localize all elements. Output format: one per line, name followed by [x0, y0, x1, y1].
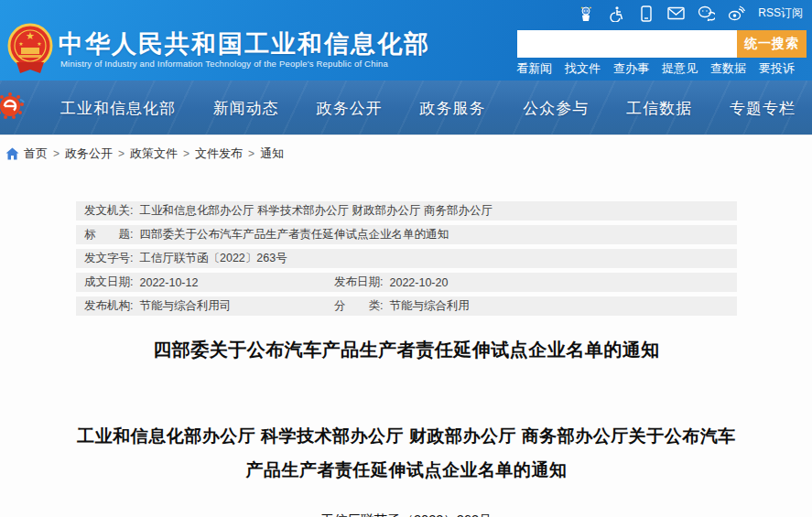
breadcrumb: 首页 > 政务公开 > 政策文件 > 文件发布 > 通知	[5, 145, 284, 162]
robot-mascot-icon[interactable]: ✦ ✦	[577, 5, 594, 22]
article-body: 四部委关于公布汽车产品生产者责任延伸试点企业名单的通知 工业和信息化部办公厅 科…	[76, 338, 737, 517]
quick-link-news[interactable]: 看新闻	[516, 60, 552, 77]
breadcrumb-separator: >	[118, 147, 125, 160]
svg-text:✦: ✦	[589, 5, 592, 10]
meta-col2: 分 类: 节能与综合利用	[334, 298, 470, 314]
nav-item-gov-openness[interactable]: 政务公开	[311, 98, 388, 119]
meta-label: 发文机关:	[84, 203, 133, 219]
unified-search-button[interactable]: 统一搜索	[737, 30, 807, 58]
meta-label: 发布日期:	[334, 275, 383, 290]
svg-text:★: ★	[37, 41, 41, 47]
meta-row-publisher-category: 发布机构: 节能与综合利用司 分 类: 节能与综合利用	[76, 296, 737, 316]
mail-icon[interactable]	[667, 5, 685, 22]
meta-row-title: 标 题: 四部委关于公布汽车产品生产者责任延伸试点企业名单的通知	[76, 225, 737, 244]
meta-value: 2022-10-12	[139, 276, 198, 289]
header-utility-icons: ✦ ✦	[577, 5, 803, 22]
miit-gear-logo-icon	[0, 89, 29, 124]
site-subtitle-english: Ministry of Industry and Information Tec…	[60, 59, 388, 69]
meta-value: 四部委关于公布汽车产品生产者责任延伸试点企业名单的通知	[139, 227, 449, 242]
search-quick-links: 看新闻 找文件 查办事 提意见 查数据 要投诉	[516, 60, 795, 77]
content-area: 首页 > 政务公开 > 政策文件 > 文件发布 > 通知 发文机关: 工业和信息…	[0, 136, 812, 517]
meta-label: 分 类:	[334, 298, 383, 314]
nav-items: 工业和信息化部 新闻动态 政务公开 政务服务 公众参与 工信数据 专题专栏	[55, 81, 801, 135]
site-header: ★ ★ ★ 中华人民共和国工业和信息化部 Ministry of Industr…	[0, 0, 812, 81]
article-subtitle: 工业和信息化部办公厅 科学技术部办公厅 财政部办公厅 商务部办公厅关于公布汽车产…	[76, 419, 737, 487]
meta-value: 2022-10-20	[389, 276, 448, 289]
meta-row-dates: 成文日期: 2022-10-12 发布日期: 2022-10-20	[76, 273, 737, 292]
mobile-icon[interactable]	[637, 5, 655, 22]
breadcrumb-separator: >	[53, 147, 60, 160]
nav-item-news[interactable]: 新闻动态	[208, 98, 285, 119]
main-navbar: 工业和信息化部 新闻动态 政务公开 政务服务 公众参与 工信数据 专题专栏	[0, 81, 812, 135]
quick-link-suggestions[interactable]: 提意见	[662, 60, 698, 77]
search-bar: 统一搜索	[517, 30, 807, 58]
meta-value: 工信厅联节函〔2022〕263号	[139, 251, 287, 266]
svg-text:★: ★	[18, 41, 23, 47]
article-document-number: 工信厅联节函（2022）263号	[76, 512, 737, 517]
article-title: 四部委关于公布汽车产品生产者责任延伸试点企业名单的通知	[76, 338, 737, 362]
quick-link-documents[interactable]: 找文件	[565, 60, 601, 77]
home-icon[interactable]	[5, 147, 19, 160]
meta-label: 发布机构:	[84, 298, 133, 314]
quick-link-services[interactable]: 查办事	[613, 60, 649, 77]
meta-value: 节能与综合利用司	[139, 298, 231, 314]
site-title: 中华人民共和国工业和信息化部	[59, 27, 430, 60]
breadcrumb-separator: >	[183, 147, 189, 160]
nav-item-miit-data[interactable]: 工信数据	[621, 98, 698, 119]
search-input[interactable]	[517, 30, 737, 58]
breadcrumb-notice[interactable]: 通知	[260, 145, 284, 162]
meta-col2: 发布日期: 2022-10-20	[334, 275, 448, 290]
meta-row-issuing-agency: 发文机关: 工业和信息化部办公厅 科学技术部办公厅 财政部办公厅 商务部办公厅	[76, 201, 737, 221]
meta-row-document-number: 发文字号: 工信厅联节函〔2022〕263号	[76, 249, 737, 268]
quick-link-complaints[interactable]: 要投诉	[759, 60, 795, 77]
svg-text:★: ★	[26, 30, 35, 41]
breadcrumb-document-release[interactable]: 文件发布	[195, 145, 243, 162]
meta-value: 工业和信息化部办公厅 科学技术部办公厅 财政部办公厅 商务部办公厅	[139, 203, 492, 219]
breadcrumb-gov-openness[interactable]: 政务公开	[65, 145, 113, 162]
nav-item-gov-services[interactable]: 政务服务	[414, 98, 491, 119]
document-meta-table: 发文机关: 工业和信息化部办公厅 科学技术部办公厅 财政部办公厅 商务部办公厅 …	[76, 201, 737, 320]
wechat-icon[interactable]	[698, 5, 715, 22]
rss-subscribe-link[interactable]: RSS订阅	[758, 5, 803, 21]
nav-item-special-topics[interactable]: 专题专栏	[724, 98, 801, 119]
nav-item-public-participation[interactable]: 公众参与	[517, 98, 594, 119]
meta-value: 节能与综合利用	[389, 298, 470, 314]
meta-label: 标 题:	[84, 227, 133, 242]
weibo-icon[interactable]	[728, 5, 745, 22]
nav-item-miit[interactable]: 工业和信息化部	[55, 98, 181, 119]
national-emblem-logo: ★ ★ ★	[7, 22, 53, 75]
breadcrumb-home[interactable]: 首页	[24, 145, 48, 162]
breadcrumb-policy-documents[interactable]: 政策文件	[130, 145, 178, 162]
accessibility-icon[interactable]	[607, 5, 624, 22]
meta-label: 成文日期:	[84, 275, 133, 290]
meta-label: 发文字号:	[84, 251, 133, 266]
quick-link-data[interactable]: 查数据	[710, 60, 746, 77]
breadcrumb-separator: >	[248, 147, 254, 160]
